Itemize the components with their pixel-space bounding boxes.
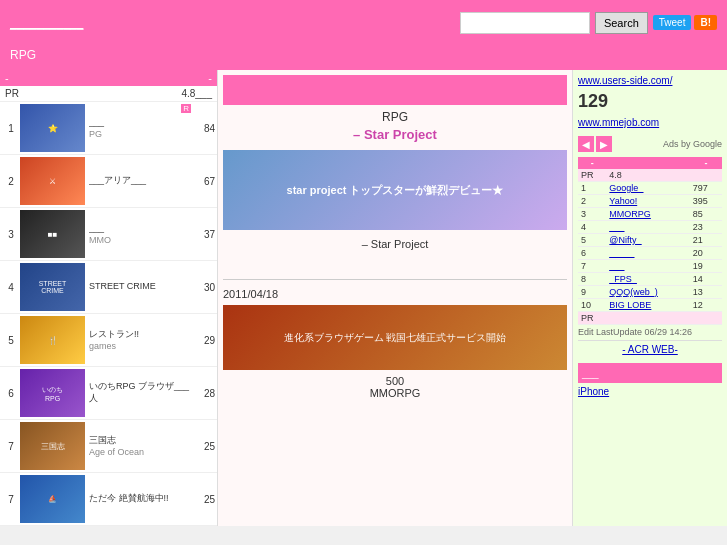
row-name[interactable]: MMORPG [606, 208, 689, 221]
item-image: STREETCRIME [20, 263, 85, 311]
table-row[interactable]: 8 _FPS_ 14 [578, 273, 722, 286]
row-num: 5 [578, 234, 606, 247]
center-game-banner[interactable]: star project トップスターが鮮烈デビュー★ [223, 150, 567, 230]
list-item[interactable]: 6 いのちRPG いのちRPG ブラウザ___人 28 [0, 367, 217, 420]
item-image: 三国志 [20, 422, 85, 470]
item-number: 5 [2, 335, 20, 346]
row-name[interactable]: ___ [606, 221, 689, 234]
list-item[interactable]: 2 ⚔ ___アリア___ 67 [0, 155, 217, 208]
right-bottom-bar: ___ [578, 363, 722, 383]
rpg-label: RPG [10, 48, 36, 62]
item-score: 30 [190, 282, 215, 293]
table-header-col2 [606, 157, 689, 169]
row-name[interactable]: Yahoo! [606, 195, 689, 208]
table-pr-row: PR 4.8 [578, 169, 722, 182]
pr-empty-cell [690, 169, 722, 182]
left-sidebar: - - PR 4.8___ 1 ⭐ ___ PG R 84 2 ⚔ [0, 70, 218, 526]
row-name[interactable]: _FPS_ [606, 273, 689, 286]
sidebar-header: - - [0, 70, 217, 86]
search-button[interactable]: Search [595, 12, 648, 34]
item-info: ___ PG [89, 117, 190, 139]
item-tag: PG [89, 129, 190, 139]
acr-link[interactable]: - ACR WEB- [578, 340, 722, 355]
row-num: 8 [578, 273, 606, 286]
table-row[interactable]: 5 @Nifty_ 21 [578, 234, 722, 247]
item-image: ⚔ [20, 157, 85, 205]
list-item[interactable]: 7 三国志 三国志 Age of Ocean 25 [0, 420, 217, 473]
table-row[interactable]: 9 QQQ(web_) 13 [578, 286, 722, 299]
item-image: ⛵ [20, 475, 85, 523]
table-header-col1: - [578, 157, 606, 169]
row-name[interactable]: QQQ(web_) [606, 286, 689, 299]
item-image: ⭐ [20, 104, 85, 152]
search-input[interactable] [460, 12, 590, 34]
row-score: 19 [690, 260, 722, 273]
table-pr-row2: PR [578, 312, 722, 325]
item-title: ___ [89, 223, 190, 235]
row-name[interactable]: Google_ [606, 182, 689, 195]
ads-next-button[interactable]: ▶ [596, 136, 612, 152]
table-row[interactable]: 4 ___ 23 [578, 221, 722, 234]
bottom-link[interactable]: iPhone [578, 386, 722, 397]
table-row[interactable]: 1 Google_ 797 [578, 182, 722, 195]
row-score: 797 [690, 182, 722, 195]
item-info: 三国志 Age of Ocean [89, 435, 190, 457]
tweet-button[interactable]: Tweet [653, 15, 692, 30]
row-num: 9 [578, 286, 606, 299]
row-score: 85 [690, 208, 722, 221]
list-item[interactable]: 4 STREETCRIME STREET CRIME 30 [0, 261, 217, 314]
list-item[interactable]: 5 🍴 レストラン!! games 29 [0, 314, 217, 367]
row-score: 13 [690, 286, 722, 299]
row-num: 10 [578, 299, 606, 312]
r-badge: R [181, 104, 191, 113]
top-bar: ___________ Search Tweet B! [0, 0, 727, 45]
b-button[interactable]: B! [694, 15, 717, 30]
table-row[interactable]: 3 MMORPG 85 [578, 208, 722, 221]
item-score: 29 [190, 335, 215, 346]
list-item[interactable]: 3 ■■ ___ MMO 37 [0, 208, 217, 261]
news-count: 500 [386, 375, 404, 387]
row-name[interactable]: ___ [606, 260, 689, 273]
pr-score-cell: 4.8 [606, 169, 689, 182]
center-banner [223, 75, 567, 105]
top-left-link[interactable]: ___________ [10, 16, 83, 30]
item-title: 三国志 [89, 435, 190, 447]
row-score: 20 [690, 247, 722, 260]
table-row[interactable]: 2 Yahoo! 395 [578, 195, 722, 208]
right-link1[interactable]: www.users-side.com/ [578, 75, 722, 86]
row-name[interactable]: BIG LOBE [606, 299, 689, 312]
center-news-info: 500 MMORPG [223, 375, 567, 399]
row-name[interactable]: _____ [606, 247, 689, 260]
center-news-image[interactable]: 進化系ブラウザゲーム 戦国七雄正式サービス開始 [223, 305, 567, 370]
center-subtitle: – Star Project [223, 127, 567, 142]
table-footer: Edit LastUpdate 06/29 14:26 [578, 327, 722, 337]
ads-bar: ◀ ▶ Ads by Google [578, 136, 722, 152]
sidebar-minus-left[interactable]: - [5, 72, 9, 84]
ads-prev-button[interactable]: ◀ [578, 136, 594, 152]
sidebar-pr-row: PR 4.8___ [0, 86, 217, 102]
list-item[interactable]: 1 ⭐ ___ PG R 84 [0, 102, 217, 155]
table-row[interactable]: 10 BIG LOBE 12 [578, 299, 722, 312]
row-num: 3 [578, 208, 606, 221]
item-score: 84 [190, 123, 215, 134]
pr-label-cell: PR [578, 169, 606, 182]
sidebar-pr-label: PR [5, 88, 19, 99]
item-info: ___アリア___ [89, 175, 190, 187]
sidebar-minus-right[interactable]: - [208, 72, 212, 84]
item-image: いのちRPG [20, 369, 85, 417]
table-row[interactable]: 7 ___ 19 [578, 260, 722, 273]
row-name[interactable]: @Nifty_ [606, 234, 689, 247]
table-row[interactable]: 6 _____ 20 [578, 247, 722, 260]
right-link2[interactable]: www.mmejob.com [578, 117, 722, 128]
list-item[interactable]: 7 ⛵ ただ今 絶賛航海中!! 25 [0, 473, 217, 526]
right-sidebar: www.users-side.com/ 129 www.mmejob.com ◀… [572, 70, 727, 526]
row-num: 6 [578, 247, 606, 260]
right-table: - - PR 4.8 1 Google_ 797 2 Yah [578, 157, 722, 325]
center-news-date: 2011/04/18 [223, 288, 567, 300]
item-image: ■■ [20, 210, 85, 258]
main-layout: - - PR 4.8___ 1 ⭐ ___ PG R 84 2 ⚔ [0, 70, 727, 526]
item-score: 28 [190, 388, 215, 399]
sidebar-pr-score: 4.8___ [181, 88, 212, 99]
pr-bottom: PR [578, 312, 722, 325]
news-game-text: 進化系ブラウザゲーム 戦国七雄正式サービス開始 [280, 327, 511, 349]
